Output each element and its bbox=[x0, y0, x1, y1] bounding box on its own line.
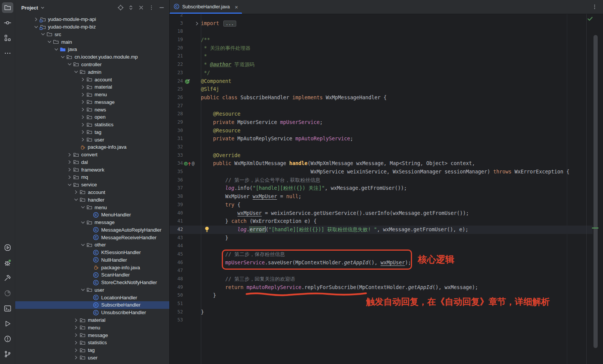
tree-item-cn-iocoder-yudao-module-mp[interactable]: cn.iocoder.yudao.module.mp bbox=[15, 53, 169, 61]
tree-chevron-icon[interactable] bbox=[73, 354, 80, 361]
tree-item-yudao-module-mp-api[interactable]: yudao-module-mp-api bbox=[15, 16, 169, 23]
tree-chevron-icon[interactable] bbox=[80, 287, 86, 293]
tree-item-controller[interactable]: controller bbox=[15, 61, 169, 68]
code-line-48[interactable]: 48 // 第三步，回复关注的欢迎语 bbox=[170, 275, 603, 283]
tree-chevron-icon[interactable] bbox=[46, 39, 53, 45]
tree-item-subscribehandler[interactable]: CSubscribeHandler bbox=[15, 301, 169, 309]
tree-chevron-icon[interactable] bbox=[73, 69, 80, 75]
tree-chevron-icon[interactable] bbox=[80, 137, 86, 143]
collapse-all-icon[interactable] bbox=[138, 5, 144, 11]
code-line-27[interactable]: 27 bbox=[170, 102, 603, 110]
tree-item-admin[interactable]: admin bbox=[15, 68, 169, 76]
close-tab-icon[interactable]: × bbox=[235, 4, 238, 10]
code-line-25[interactable]: 25@Slf4j bbox=[170, 85, 603, 94]
tree-item-messagereceivehandler[interactable]: CMessageReceiveHandler bbox=[15, 234, 169, 241]
code-line-33[interactable]: 33 @Override bbox=[170, 151, 603, 160]
tree-item-open[interactable]: open bbox=[15, 113, 169, 121]
tree-chevron-icon[interactable] bbox=[33, 16, 40, 22]
code-line-18[interactable]: 18 bbox=[170, 27, 603, 36]
line-number[interactable]: 47 bbox=[170, 267, 183, 275]
project-folder-icon[interactable] bbox=[2, 2, 13, 13]
tree-item-news[interactable]: news bbox=[15, 106, 169, 113]
line-number[interactable]: 27 bbox=[170, 102, 183, 110]
tree-chevron-icon[interactable] bbox=[80, 242, 86, 248]
tree-item-mq[interactable]: mq bbox=[15, 173, 169, 181]
tree-item-main[interactable]: main bbox=[15, 38, 169, 46]
tree-chevron-icon[interactable] bbox=[66, 174, 73, 180]
line-number[interactable]: 2 bbox=[170, 14, 183, 19]
line-number[interactable]: 49 bbox=[170, 283, 183, 292]
locate-icon[interactable] bbox=[118, 5, 124, 11]
code-line-32[interactable]: 32 bbox=[170, 143, 603, 151]
code-line-29[interactable]: 29 private MpUserService mpUserService; bbox=[170, 118, 603, 127]
line-number[interactable]: 51 bbox=[170, 300, 183, 308]
tree-item-framework[interactable]: framework bbox=[15, 166, 169, 173]
line-number[interactable]: 31 bbox=[170, 135, 183, 143]
run-icon[interactable] bbox=[2, 318, 13, 329]
commit-icon[interactable] bbox=[2, 17, 13, 28]
tree-chevron-icon[interactable] bbox=[53, 46, 60, 52]
tree-chevron-icon[interactable] bbox=[66, 167, 73, 173]
tree-chevron-icon[interactable] bbox=[66, 61, 73, 67]
tab-bar-more-icon[interactable] bbox=[592, 0, 598, 14]
tree-chevron-icon[interactable] bbox=[80, 76, 86, 83]
tree-item-tag[interactable]: tag bbox=[15, 128, 169, 136]
tree-item-message[interactable]: message bbox=[15, 98, 169, 106]
tree-item-menu[interactable]: menu bbox=[15, 91, 169, 99]
tree-item-account[interactable]: account bbox=[15, 76, 169, 83]
code-line-28[interactable]: 28 @Resource bbox=[170, 110, 603, 118]
tree-item-java[interactable]: java bbox=[15, 46, 169, 53]
line-number[interactable]: 48 bbox=[170, 275, 183, 283]
code-line-30[interactable]: 30 @Resource bbox=[170, 127, 603, 135]
tree-chevron-icon[interactable] bbox=[73, 332, 80, 338]
tree-chevron-icon[interactable] bbox=[73, 324, 80, 331]
tree-item-menuhandler[interactable]: CMenuHandler bbox=[15, 211, 169, 219]
tree-item-tag[interactable]: tag bbox=[15, 347, 169, 354]
line-number[interactable]: 35 bbox=[170, 168, 183, 176]
code-line-22[interactable]: 22 * @author 芋道源码 bbox=[170, 60, 603, 69]
tree-item-messageautoreplyhandler[interactable]: CMessageAutoReplyHandler bbox=[15, 226, 169, 234]
line-number[interactable]: 19 bbox=[170, 36, 183, 44]
code-line-39[interactable]: 39 try { bbox=[170, 201, 603, 209]
intention-bulb-icon[interactable] bbox=[204, 226, 210, 235]
tree-item-handler[interactable]: handler bbox=[15, 196, 169, 203]
code-line-53[interactable]: 53 bbox=[170, 316, 603, 324]
scrollbar[interactable] bbox=[593, 35, 598, 348]
tree-item-locationhandler[interactable]: CLocationHandler bbox=[15, 294, 169, 301]
tree-item-user[interactable]: user bbox=[15, 286, 169, 294]
line-number[interactable]: 29 bbox=[170, 118, 183, 127]
tree-item-yudao-module-mp-biz[interactable]: yudao-module-mp-biz bbox=[15, 23, 169, 31]
tree-item-unsubscribehandler[interactable]: CUnsubscribeHandler bbox=[15, 309, 169, 316]
line-number[interactable]: 50 bbox=[170, 291, 183, 300]
inspections-ok-icon[interactable] bbox=[587, 16, 593, 23]
code-line-34[interactable]: 34O@ public WxMpXmlOutMessage handle(WxM… bbox=[170, 159, 603, 168]
tree-chevron-icon[interactable] bbox=[80, 99, 86, 105]
line-number[interactable]: 43 bbox=[170, 234, 183, 242]
line-number[interactable]: 45 bbox=[170, 250, 183, 259]
tree-item-service[interactable]: service bbox=[15, 181, 169, 189]
tree-item-kfsessionhandler[interactable]: CKfSessionHandler bbox=[15, 249, 169, 256]
profiler-icon[interactable] bbox=[2, 288, 13, 299]
code-line-21[interactable]: 21 * bbox=[170, 52, 603, 60]
code-line-42[interactable]: 42 log.error("[handle][粉丝({})] 获取粉丝信息失败!… bbox=[170, 226, 603, 234]
line-number[interactable]: 30 bbox=[170, 127, 183, 135]
code-line-44[interactable]: 44 bbox=[170, 242, 603, 250]
line-number[interactable]: 46 bbox=[170, 259, 183, 267]
code-line-52[interactable]: 52} bbox=[170, 308, 603, 316]
line-number[interactable]: 36 bbox=[170, 176, 183, 184]
tree-item-statistics[interactable]: statistics bbox=[15, 339, 169, 347]
tree-item-nullhandler[interactable]: CNullHandler bbox=[15, 256, 169, 264]
line-number[interactable]: 20 bbox=[170, 44, 183, 52]
more-icon[interactable] bbox=[148, 5, 154, 11]
line-number[interactable]: 34 bbox=[170, 159, 183, 168]
tree-item-menu[interactable]: menu bbox=[15, 203, 169, 211]
tree-item-convert[interactable]: convert bbox=[15, 151, 169, 159]
code-editor[interactable]: 23import ...1819/**20 * 关注的事件处理器21 *22 *… bbox=[170, 14, 603, 364]
tab-subscribehandler-java[interactable]: C SubscribeHandler.java × bbox=[170, 0, 242, 14]
code-line-31[interactable]: 31 private MpAutoReplyService mpAutoRepl… bbox=[170, 135, 603, 143]
tree-chevron-icon[interactable] bbox=[80, 219, 86, 226]
line-number[interactable]: 41 bbox=[170, 217, 183, 226]
line-number[interactable]: 40 bbox=[170, 209, 183, 218]
tree-item-material[interactable]: material bbox=[15, 83, 169, 91]
hide-icon[interactable] bbox=[159, 5, 165, 11]
